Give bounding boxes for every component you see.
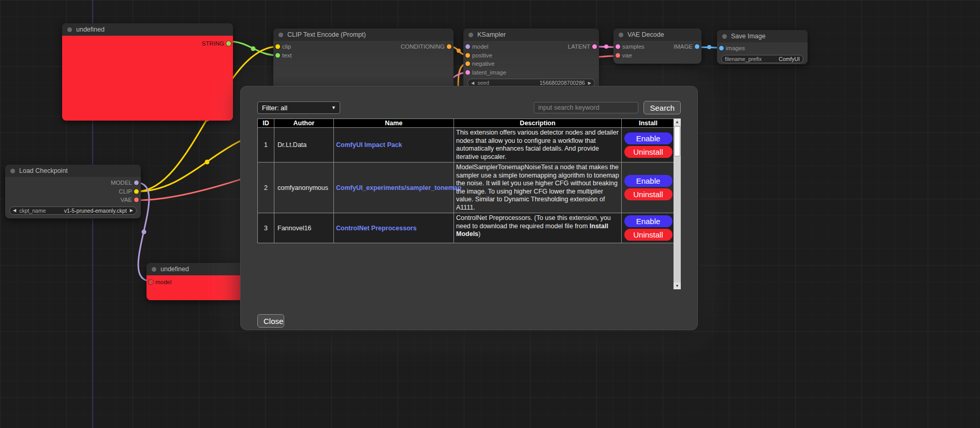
scrollbar-down-icon[interactable]: ▼ [674,283,681,289]
node-title-bar[interactable]: KSampler [463,28,599,41]
table-row: 1 Dr.Lt.Data ComfyUI Impact Pack This ex… [258,128,675,163]
node-title: VAE Decode [627,31,664,38]
node-title-bar[interactable]: undefined [62,23,233,36]
output-dot-vae[interactable] [134,198,139,202]
input-dot-negative[interactable] [465,62,470,66]
header-author: Author [274,119,334,128]
node-title-bar[interactable]: VAE Decode [613,28,701,41]
node-status-dot-icon [469,33,473,37]
input-label: positive [472,52,492,58]
widget-left-arrow-icon[interactable]: ◀ [13,208,16,213]
ext-name-link[interactable]: ComfyUI_experiments/sampler_tonemap [336,184,461,191]
output-label: CLIP [119,188,132,195]
node-load-checkpoint[interactable]: Load Checkpoint MODEL CLIP VAE ◀ ckpt_na… [5,165,141,218]
input-dot-images[interactable] [719,46,724,51]
extensions-table-area: ID Author Name Description Install 1 Dr.… [257,119,681,289]
ext-description-text: ControlNet Preprocessors. (To use this e… [456,214,611,230]
enable-button[interactable]: Enable [624,215,672,227]
input-label: latent_image [472,69,506,76]
input-label: images [726,45,745,51]
ext-author: Dr.Lt.Data [274,128,334,163]
input-dot-model[interactable] [465,45,470,49]
input-dot-latent-image[interactable] [465,70,470,75]
widget-value: 156680208700286 [539,80,585,86]
scrollbar[interactable]: ▲ ▼ [674,119,681,289]
widget-label: filename_prefix [725,56,762,62]
input-dot-vae[interactable] [616,53,620,57]
node-title: undefined [160,265,189,273]
input-label: vae [622,52,632,58]
ext-description: ControlNet Preprocessors. (To use this e… [454,213,622,243]
widget-left-arrow-icon[interactable]: ◀ [471,81,474,85]
node-save-image[interactable]: Save Image images filename_prefix ComfyU… [717,30,808,64]
node-status-dot-icon [10,169,15,173]
ext-name-link[interactable]: ComfyUI Impact Pack [336,141,402,149]
node-status-dot-icon [67,27,72,32]
node-undefined-top[interactable]: undefined STRING [62,23,233,121]
widget-value: v1-5-pruned-emaonly.ckpt [64,208,127,214]
node-title-bar[interactable]: Save Image [717,30,808,42]
node-status-dot-icon [619,33,623,37]
node-title: Load Checkpoint [19,167,68,174]
node-title-bar[interactable]: CLIP Text Encode (Prompt) [273,28,454,41]
input-dot-text[interactable] [275,53,280,57]
input-dot-clip[interactable] [275,45,280,49]
dialog-toolbar: Filter: all ▼ Search [257,101,681,114]
input-dot-positive[interactable] [465,53,470,57]
node-status-dot-icon [722,34,727,39]
filter-select[interactable]: Filter: all [257,101,340,114]
search-input[interactable] [534,102,638,113]
output-dot-clip[interactable] [134,189,139,194]
widget-right-arrow-icon[interactable]: ▶ [588,81,591,85]
ext-description: This extension offers various detector n… [454,128,622,163]
node-title-bar[interactable]: Load Checkpoint [5,165,141,177]
ext-name-link[interactable]: ControlNet Preprocessors [336,225,417,232]
ext-install-cell: Enable Uninstall [622,213,675,243]
extensions-table: ID Author Name Description Install 1 Dr.… [257,119,675,243]
node-title: Save Image [731,33,766,40]
custom-nodes-manager-dialog: Filter: all ▼ Search ID Author Name D [240,86,698,330]
uninstall-button[interactable]: Uninstall [624,188,672,200]
header-description: Description [454,119,622,128]
output-label: MODEL [111,180,132,186]
input-label: negative [472,61,494,67]
ext-install-cell: Enable Uninstall [622,128,675,163]
output-dot-model[interactable] [134,181,139,185]
search-button[interactable]: Search [643,101,681,114]
ext-install-cell: Enable Uninstall [622,163,675,213]
header-id: ID [258,119,274,128]
close-button[interactable]: Close [257,314,284,328]
ext-description-text: ) [478,230,480,238]
output-dot-string[interactable] [226,41,231,46]
header-install: Install [622,119,675,128]
table-row: 2 comfyanonymous ComfyUI_experiments/sam… [258,163,675,213]
output-label: STRING [202,40,224,47]
node-title: CLIP Text Encode (Prompt) [287,31,366,38]
node-title: undefined [76,26,105,33]
comfyui-canvas[interactable]: undefined STRING CLIP Text Encode (Promp… [0,0,980,428]
widget-right-arrow-icon[interactable]: ▶ [130,208,133,213]
scrollbar-up-icon[interactable]: ▲ [674,119,681,125]
widget-label: seed [477,80,489,86]
uninstall-button[interactable]: Uninstall [624,229,672,241]
ext-author: comfyanonymous [274,163,334,213]
widget-value: ComfyUI [779,56,800,62]
enable-button[interactable]: Enable [624,175,672,187]
node-title: KSampler [477,31,506,38]
uninstall-button[interactable]: Uninstall [624,146,672,158]
filename-prefix-widget[interactable]: filename_prefix ComfyUI [721,55,803,63]
ckpt-name-widget[interactable]: ◀ ckpt_name v1-5-pruned-emaonly.ckpt ▶ [9,206,137,215]
output-label: VAE [121,197,132,203]
widget-label: ckpt_name [19,208,46,214]
table-row: 3 Fannovel16 ControlNet Preprocessors Co… [258,213,675,243]
enable-button[interactable]: Enable [624,132,672,144]
ext-id: 2 [258,163,274,213]
input-label: model [472,43,488,50]
input-dot-model[interactable] [149,280,153,285]
input-dot-samples[interactable] [616,45,620,49]
table-header-row: ID Author Name Description Install [258,119,675,128]
ext-id: 1 [258,128,274,163]
node-vae-decode[interactable]: VAE Decode IMAGE samples vae [613,28,701,64]
node-status-dot-icon [279,33,283,37]
scrollbar-thumb[interactable] [674,126,680,156]
